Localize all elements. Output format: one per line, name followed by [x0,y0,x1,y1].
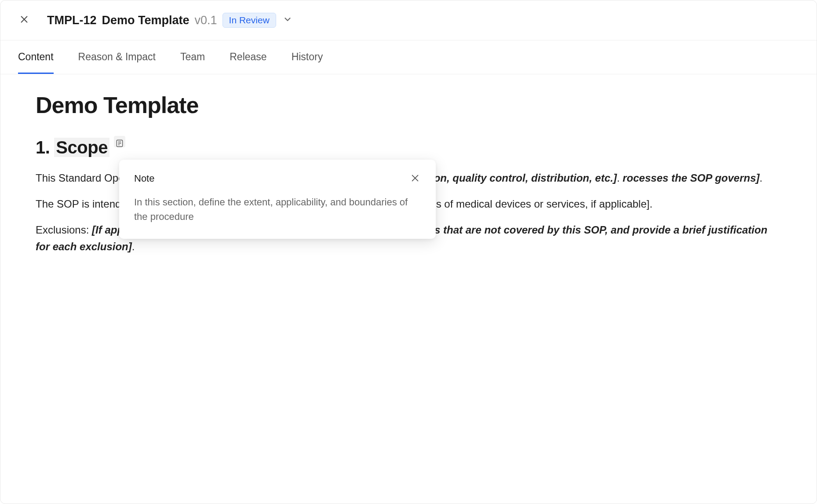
document-name: Demo Template [102,14,190,27]
tab-team[interactable]: Team [180,40,205,74]
title-group: TMPL-12 Demo Template v0.1 In Review [47,13,294,28]
note-indicator-button[interactable] [114,136,125,147]
tab-content[interactable]: Content [18,40,54,74]
tab-reason-impact[interactable]: Reason & Impact [78,40,156,74]
chevron-down-icon [283,15,292,26]
page-header: TMPL-12 Demo Template v0.1 In Review [0,0,817,40]
tab-history[interactable]: History [292,40,323,74]
section-heading: 1. Scope [36,138,109,157]
document-title: Demo Template [36,92,781,118]
note-popover: Note In this section, define the extent,… [119,160,436,239]
note-popover-body: In this section, define the extent, appl… [134,195,421,224]
note-popover-header: Note [134,173,421,184]
close-button[interactable] [18,14,30,26]
note-popover-close-button[interactable] [410,173,421,184]
document-id: TMPL-12 [47,14,97,27]
status-dropdown-button[interactable] [281,14,294,26]
document-version: v0.1 [195,14,217,27]
tab-bar: Content Reason & Impact Team Release His… [0,40,817,74]
status-badge: In Review [222,13,276,28]
note-icon [115,132,124,152]
note-popover-title: Note [134,173,154,184]
section-number: 1. [36,138,50,157]
section-heading-text: Scope [54,138,109,157]
tab-release[interactable]: Release [230,40,266,74]
close-icon [410,177,420,184]
close-icon [19,15,29,26]
